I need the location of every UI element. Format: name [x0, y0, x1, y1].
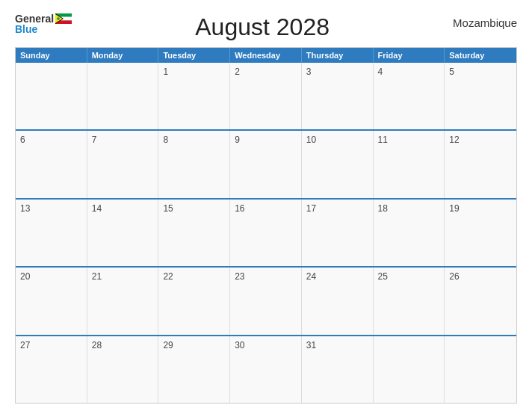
day-cell-w2-2: 8 [158, 131, 230, 197]
day-cell-w3-2: 15 [158, 200, 230, 266]
day-cell-w2-0: 6 [16, 131, 87, 197]
day-cell-w5-4: 31 [302, 336, 374, 403]
page: General Blue August 2028 Mozambique Sund… [0, 0, 532, 411]
col-header-wednesday: Wednesday [230, 48, 302, 63]
day-cell-w5-1: 28 [87, 336, 159, 403]
day-cell-w1-0 [16, 63, 87, 129]
day-cell-w1-2: 1 [158, 63, 230, 129]
day-cell-w1-1 [87, 63, 159, 129]
day-cell-w2-4: 10 [302, 131, 374, 197]
calendar-header-row: Sunday Monday Tuesday Wednesday Thursday… [16, 48, 516, 63]
day-cell-w3-4: 17 [302, 200, 374, 266]
col-header-tuesday: Tuesday [158, 48, 230, 63]
day-cell-w2-3: 9 [230, 131, 302, 197]
day-cell-w4-2: 22 [158, 268, 230, 334]
day-cell-w5-0: 27 [16, 336, 87, 403]
calendar-title: August 2028 [72, 13, 453, 41]
country-label: Mozambique [453, 13, 517, 29]
day-cell-w2-5: 11 [374, 131, 445, 197]
col-header-saturday: Saturday [445, 48, 516, 63]
col-header-sunday: Sunday [16, 48, 87, 63]
day-cell-w3-5: 18 [374, 200, 445, 266]
day-cell-w5-6 [445, 336, 516, 403]
week-row-5: 27 28 29 30 31 [16, 335, 516, 403]
day-cell-w5-5 [374, 336, 445, 403]
day-cell-w3-6: 19 [445, 200, 516, 266]
day-cell-w4-6: 26 [445, 268, 516, 334]
day-cell-w5-3: 30 [230, 336, 302, 403]
weeks-container: 1 2 3 4 5 6 7 8 9 10 11 12 13 14 15 16 [16, 63, 516, 403]
logo-flag-icon [55, 13, 72, 24]
week-row-3: 13 14 15 16 17 18 19 [16, 198, 516, 266]
day-cell-w2-1: 7 [87, 131, 159, 197]
calendar: Sunday Monday Tuesday Wednesday Thursday… [15, 47, 517, 404]
day-cell-w4-3: 23 [230, 268, 302, 334]
col-header-friday: Friday [374, 48, 445, 63]
day-cell-w4-5: 25 [374, 268, 445, 334]
day-cell-w2-6: 12 [445, 131, 516, 197]
week-row-4: 20 21 22 23 24 25 26 [16, 266, 516, 334]
day-cell-w3-0: 13 [16, 200, 87, 266]
logo-general-text: General [15, 13, 54, 24]
header: General Blue August 2028 Mozambique [15, 13, 517, 41]
day-cell-w3-3: 16 [230, 200, 302, 266]
day-cell-w5-2: 29 [158, 336, 230, 403]
day-cell-w1-4: 3 [302, 63, 374, 129]
day-cell-w1-3: 2 [230, 63, 302, 129]
week-row-2: 6 7 8 9 10 11 12 [16, 129, 516, 197]
logo-blue-text: Blue [15, 24, 37, 34]
day-cell-w4-1: 21 [87, 268, 159, 334]
day-cell-w4-4: 24 [302, 268, 374, 334]
col-header-thursday: Thursday [302, 48, 374, 63]
logo: General Blue [15, 13, 72, 34]
svg-point-6 [57, 17, 60, 20]
day-cell-w1-5: 4 [374, 63, 445, 129]
col-header-monday: Monday [87, 48, 159, 63]
day-cell-w1-6: 5 [445, 63, 516, 129]
day-cell-w4-0: 20 [16, 268, 87, 334]
week-row-1: 1 2 3 4 5 [16, 63, 516, 129]
day-cell-w3-1: 14 [87, 200, 159, 266]
